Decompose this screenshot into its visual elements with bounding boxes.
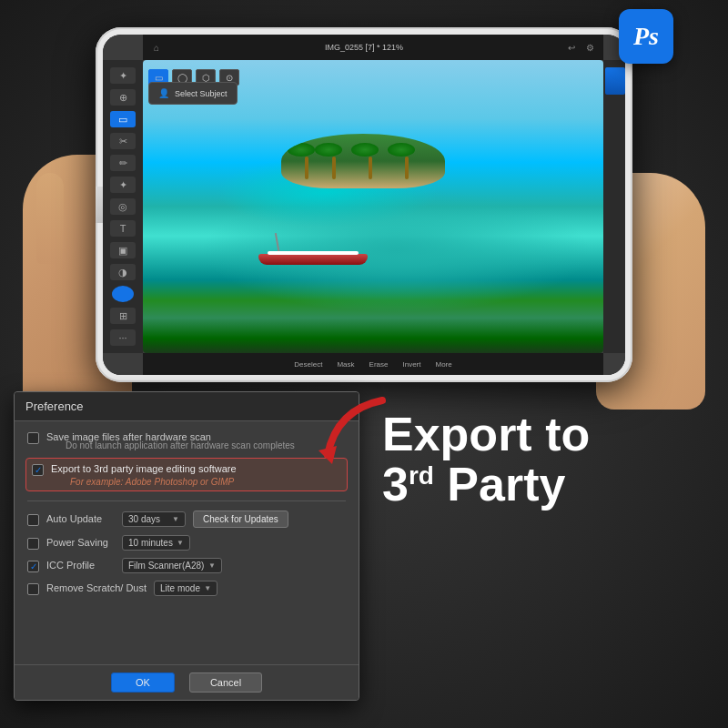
ps-logo-text: Ps: [633, 22, 659, 51]
icc-profile-select[interactable]: Film Scanner(A28) ▼: [122, 558, 222, 573]
checkbox-icc-profile[interactable]: ✓: [27, 561, 39, 572]
preference-dialog: Preference Save image files after hardwa…: [14, 391, 359, 701]
erase-btn[interactable]: Erase: [369, 360, 389, 369]
island: [281, 134, 445, 188]
photoshop-screen: ⌂ IMG_0255 [7] * 121% ↩ ⚙ ✦ ⊕ ▭ ✂ ✏ ✦ ◎: [103, 35, 625, 375]
boat: [258, 247, 368, 265]
power-saving-select[interactable]: 10 minutes ▼: [122, 535, 190, 551]
auto-update-value: 30 days: [128, 514, 160, 524]
layer-thumbnail[interactable]: [605, 67, 625, 95]
ps-bottombar: Deselect Mask Erase Invert More: [143, 353, 603, 375]
pref-row-icc-profile: ✓ ICC Profile Film Scanner(A28) ▼: [27, 558, 346, 573]
dialog-title: Preference: [25, 399, 348, 413]
palm-trunk-3: [369, 157, 372, 179]
palm-leaves-2: [315, 143, 342, 157]
pref-row-export: ✓ Export to 3rd party image editing soft…: [25, 458, 348, 490]
export-3rd-num: 3: [382, 458, 409, 511]
top-section: ⌂ IMG_0255 [7] * 121% ↩ ⚙ ✦ ⊕ ▭ ✂ ✏ ✦ ◎: [0, 0, 728, 419]
select-tool-active[interactable]: ▭: [110, 111, 136, 127]
select-subject-label[interactable]: Select Subject: [175, 89, 228, 98]
color-picker[interactable]: [112, 286, 134, 302]
export-heading: Export to 3rd Party: [382, 410, 701, 509]
label-remove-scratch: Remove Scratch/ Dust: [46, 581, 147, 595]
checkbox-export[interactable]: ✓: [32, 464, 44, 476]
palm-leaves-4: [388, 143, 415, 157]
move-tool[interactable]: ✦: [110, 67, 136, 84]
checkbox-save-image[interactable]: [27, 432, 39, 444]
export-line1: Export to: [382, 410, 701, 460]
checkbox-remove-scratch[interactable]: [27, 583, 39, 595]
home-icon[interactable]: ⌂: [150, 41, 163, 54]
ok-button[interactable]: OK: [111, 672, 175, 693]
palm-tree-4: [399, 143, 415, 179]
remove-scratch-select[interactable]: Lite mode ▼: [154, 581, 217, 596]
photoshop-logo-badge: Ps: [619, 9, 673, 64]
export-party-text: Party: [434, 458, 566, 511]
person-icon: 👤: [158, 88, 169, 98]
icc-profile-arrow: ▼: [208, 561, 216, 570]
dialog-titlebar: Preference: [15, 392, 359, 421]
label-power-saving: Power Saving: [46, 536, 115, 550]
ps-topbar: ⌂ IMG_0255 [7] * 121% ↩ ⚙: [143, 35, 603, 60]
more-tools[interactable]: ···: [110, 329, 136, 346]
dialog-footer: OK Cancel: [15, 664, 359, 700]
more-btn[interactable]: More: [435, 360, 451, 369]
settings-icon[interactable]: ⚙: [583, 41, 596, 54]
ipad-screen: ⌂ IMG_0255 [7] * 121% ↩ ⚙ ✦ ⊕ ▭ ✂ ✏ ✦ ◎: [103, 35, 625, 375]
heal-tool[interactable]: ✦: [110, 177, 136, 193]
palm-tree-3: [363, 143, 379, 179]
pref-row-remove-scratch: Remove Scratch/ Dust Lite mode ▼: [27, 581, 346, 596]
check-updates-button[interactable]: Check for Updates: [193, 511, 288, 528]
power-saving-value: 10 minutes: [128, 538, 173, 548]
pref-row-power-saving: Power Saving 10 minutes ▼: [27, 535, 346, 551]
palm-trunk-2: [332, 157, 336, 179]
boat-hull: [258, 254, 368, 265]
palm-tree-2: [327, 143, 342, 179]
export-line1-text: Export to: [382, 408, 590, 460]
export-line2: 3rd Party: [382, 460, 701, 510]
icc-profile-value: Film Scanner(A28): [128, 561, 204, 571]
sublabel-save-image: Do not launch application after hardware…: [66, 440, 295, 450]
grid-icon[interactable]: ⊞: [110, 308, 136, 324]
label-auto-update: Auto Update: [46, 512, 115, 526]
lasso-tool[interactable]: ⊕: [110, 89, 136, 106]
ipad-device: ⌂ IMG_0255 [7] * 121% ↩ ⚙ ✦ ⊕ ▭ ✂ ✏ ✦ ◎: [96, 27, 632, 382]
label-icc-profile: ICC Profile: [46, 559, 115, 572]
auto-update-arrow: ▼: [172, 515, 179, 523]
ps-right-panel: [603, 60, 625, 353]
checkbox-auto-update[interactable]: [27, 514, 39, 526]
palm-leaves-1: [288, 143, 315, 157]
layer-tool[interactable]: ▣: [110, 242, 136, 258]
pref-row-save-image: Save image files after hardware scan Do …: [27, 430, 346, 450]
export-3rd-sup: rd: [409, 460, 434, 489]
mask-btn[interactable]: Mask: [337, 360, 354, 369]
clone-tool[interactable]: ◎: [110, 198, 136, 215]
gradient-tool[interactable]: ◑: [110, 264, 136, 280]
checkbox-power-saving[interactable]: [27, 538, 39, 550]
palm-tree-1: [299, 143, 315, 179]
text-tool[interactable]: T: [110, 220, 136, 237]
undo-icon[interactable]: ↩: [565, 41, 578, 54]
select-subject-popup: 👤 Select Subject: [148, 82, 238, 105]
crop-tool[interactable]: ✂: [110, 133, 136, 149]
ps-left-toolbar: ✦ ⊕ ▭ ✂ ✏ ✦ ◎ T ▣ ◑ ⊞ ···: [103, 60, 143, 353]
palm-trunk-1: [305, 157, 308, 179]
cancel-button[interactable]: Cancel: [189, 672, 262, 693]
divider-1: [27, 500, 346, 501]
palm-trunk-4: [405, 157, 409, 179]
svg-marker-0: [318, 446, 337, 464]
brush-tool[interactable]: ✏: [110, 155, 136, 171]
ps-file-title: IMG_0255 [7] * 121%: [168, 43, 560, 52]
sublabel-export: For example: Adobe Photoshop or GIMP: [70, 477, 237, 487]
palm-leaves-3: [351, 143, 379, 157]
deselect-btn[interactable]: Deselect: [294, 360, 322, 369]
remove-scratch-value: Lite mode: [160, 583, 200, 593]
label-export: Export to 3rd party image editing softwa…: [51, 462, 237, 476]
hands-container: ⌂ IMG_0255 [7] * 121% ↩ ⚙ ✦ ⊕ ▭ ✂ ✏ ✦ ◎: [23, 9, 705, 410]
invert-btn[interactable]: Invert: [402, 360, 420, 369]
auto-update-select[interactable]: 30 days ▼: [122, 511, 186, 527]
power-saving-arrow: ▼: [177, 539, 184, 547]
dialog-content: Save image files after hardware scan Do …: [15, 421, 359, 605]
remove-scratch-arrow: ▼: [204, 584, 211, 592]
pref-row-auto-update: Auto Update 30 days ▼ Check for Updates: [27, 511, 346, 528]
